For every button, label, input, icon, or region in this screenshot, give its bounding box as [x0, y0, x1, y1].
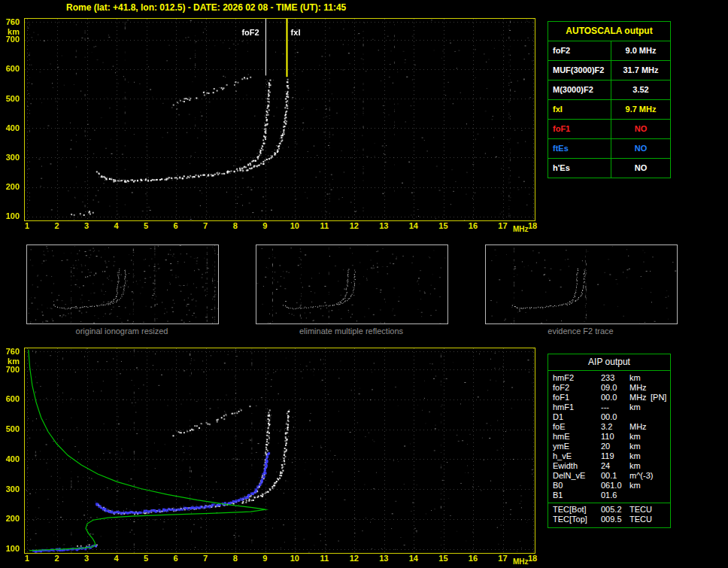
- aip-row-value: 009.5: [601, 515, 629, 524]
- thumbnail-no-multiples: [256, 245, 448, 324]
- aip-row-label: Ewidth: [548, 461, 601, 471]
- aip-row-unit: km: [629, 481, 651, 491]
- aip-row-unit: TECU: [629, 505, 651, 515]
- x-axis-tick-label: 17: [493, 554, 512, 563]
- x-axis-tick-label: 1: [17, 221, 37, 230]
- aip-row-value: 24: [601, 461, 629, 471]
- y-axis-tick-label: 760: [0, 347, 20, 356]
- x-axis-tick-label: 14: [404, 554, 423, 563]
- aip-row-extra: [651, 471, 670, 481]
- y-axis-tick-label: 700: [0, 35, 20, 44]
- x-axis-unit-label: MHz: [513, 557, 529, 566]
- x-axis-tick-label: 7: [196, 221, 215, 230]
- aip-row: B101.6: [548, 491, 670, 500]
- y-axis-tick-label: 400: [0, 123, 20, 132]
- y-axis-tick-label: 400: [0, 454, 20, 463]
- aip-row: hmF2233km: [548, 373, 670, 383]
- aip-row-label: h_vE: [548, 451, 601, 461]
- aip-row-label: foF1: [548, 393, 601, 402]
- thumbnail-caption-no-multiples: eliminate multiple reflections: [255, 327, 447, 336]
- y-axis-tick-label: 300: [0, 484, 20, 494]
- aip-row-unit: [629, 412, 651, 422]
- aip-row-value: 00.1: [601, 471, 629, 481]
- aip-row-extra: [651, 422, 670, 432]
- x-axis-tick-label: 11: [314, 221, 334, 230]
- aip-row-unit: km: [629, 432, 651, 442]
- x-axis-tick-label: 8: [226, 221, 245, 230]
- aip-row-label: hmF2: [548, 373, 601, 383]
- aip-row-label: DelN_vE: [548, 471, 601, 481]
- trace-frequency-label: foF2: [241, 28, 259, 37]
- y-axis-tick-label: 600: [0, 394, 20, 403]
- x-axis-unit-label: MHz: [513, 225, 529, 233]
- aip-row-value: 005.2: [601, 505, 629, 515]
- autoscala-row-value: 9.0 MHz: [611, 41, 670, 60]
- x-axis-tick-label: 16: [463, 221, 483, 230]
- aip-row-extra: [651, 491, 670, 500]
- aip-row: foF209.0MHz: [548, 383, 670, 393]
- aip-tec-rows-container: TEC[Bot]005.2TECUTEC[Top]009.5TECU: [548, 503, 670, 524]
- x-axis-tick-label: 12: [344, 221, 364, 230]
- x-axis-tick-label: 13: [374, 221, 393, 230]
- aip-row-label: TEC[Top]: [548, 515, 601, 524]
- x-axis-tick-label: 15: [433, 554, 453, 563]
- x-axis-tick-label: 17: [493, 221, 512, 230]
- autoscala-row-label: h'Es: [548, 159, 611, 178]
- autoscala-row-value: 31.7 MHz: [611, 61, 670, 80]
- aip-row-unit: km: [629, 461, 651, 471]
- aip-row-value: 20: [601, 442, 629, 451]
- aip-output-table: AIP output hmF2233kmfoF209.0MHzfoF100.0M…: [548, 354, 671, 528]
- y-axis-tick-label: 100: [0, 211, 20, 220]
- ionogram-canvas-profile: [25, 348, 535, 553]
- autoscala-row-label: ftEs: [548, 139, 611, 158]
- ionogram-plot-profile: [24, 348, 535, 554]
- aip-row: B0061.0km: [548, 481, 670, 491]
- aip-row-extra: [651, 515, 670, 524]
- aip-row: Ewidth24km: [548, 461, 670, 471]
- y-axis-tick-label: 200: [0, 182, 20, 191]
- autoscala-row-label: foF2: [548, 41, 611, 60]
- autoscala-row-label: M(3000)F2: [548, 80, 611, 99]
- aip-row-label: foE: [548, 422, 601, 432]
- ionogram-plot-main: [24, 18, 535, 221]
- thumbnail-f2-trace: [485, 245, 678, 324]
- autoscala-row: M(3000)F23.52: [548, 80, 670, 100]
- aip-row-value: 119: [601, 451, 629, 461]
- autoscala-row: MUF(3000)F231.7 MHz: [548, 61, 670, 80]
- aip-row-unit: km: [629, 442, 651, 451]
- x-axis-tick-label: 4: [107, 554, 126, 563]
- aip-row: TEC[Bot]005.2TECU: [548, 505, 670, 515]
- aip-output-header: AIP output: [548, 354, 670, 371]
- aip-row: hmF1---km: [548, 402, 670, 412]
- autoscala-row-label: fxI: [548, 100, 611, 119]
- y-axis-tick-label: 600: [0, 64, 20, 73]
- aip-row-unit: MHz: [629, 393, 651, 402]
- y-axis-tick-label: 200: [0, 514, 20, 523]
- x-axis-tick-label: 4: [107, 221, 126, 230]
- x-axis-tick-label: 6: [166, 221, 186, 230]
- x-axis-tick-label: 9: [255, 554, 275, 563]
- autoscala-output-table: AUTOSCALA output foF29.0 MHzMUF(3000)F23…: [548, 21, 671, 178]
- x-axis-tick-label: 15: [433, 221, 453, 230]
- y-axis-tick-label: 300: [0, 153, 20, 162]
- aip-row-value: 01.6: [601, 491, 629, 500]
- aip-row-label: TEC[Bot]: [548, 505, 601, 515]
- aip-row-unit: MHz: [629, 422, 651, 432]
- aip-row-value: ---: [601, 402, 629, 412]
- aip-row: DelN_vE00.1m^(-3): [548, 471, 670, 481]
- autoscala-row: ftEsNO: [548, 139, 670, 159]
- autoscala-row: fxI9.7 MHz: [548, 100, 670, 120]
- autoscala-output-header: AUTOSCALA output: [548, 22, 670, 41]
- aip-row-unit: km: [629, 451, 651, 461]
- x-axis-tick-label: 11: [314, 554, 334, 563]
- aip-row-extra: [651, 442, 670, 451]
- thumbnail-original-ionogram: [26, 245, 219, 324]
- autoscala-rows-container: foF29.0 MHzMUF(3000)F231.7 MHzM(3000)F23…: [548, 41, 670, 178]
- x-axis-tick-label: 9: [255, 221, 275, 230]
- autoscala-row-value: NO: [611, 139, 670, 158]
- autoscala-row: foF1NO: [548, 120, 670, 139]
- aip-row-label: foF2: [548, 383, 601, 393]
- x-axis-tick-label: 5: [136, 554, 156, 563]
- aip-row-extra: [651, 481, 670, 491]
- aip-row-unit: km: [629, 402, 651, 412]
